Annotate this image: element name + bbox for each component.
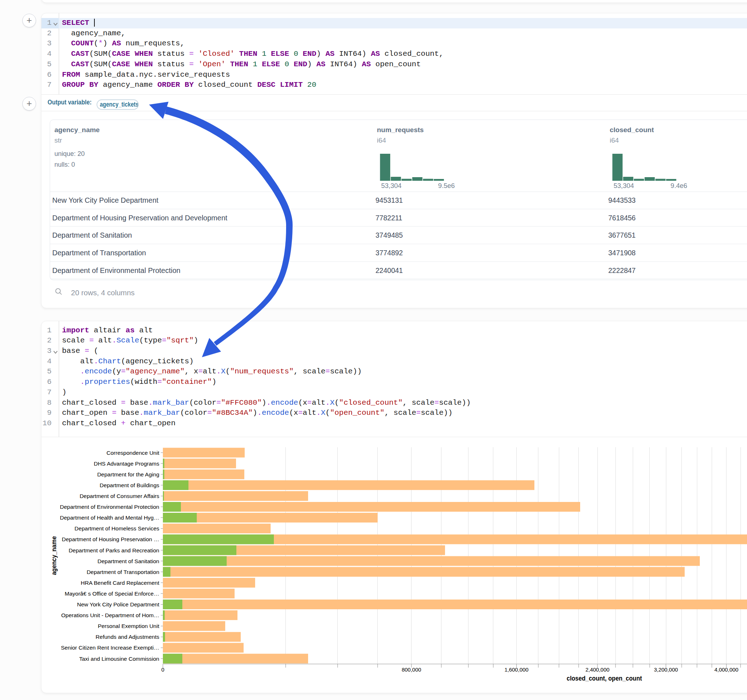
svg-text:Refunds and Adjustments: Refunds and Adjustments [95, 634, 159, 640]
svg-text:agency_name: agency_name [50, 536, 57, 575]
svg-text:Department of Parks and Recrea: Department of Parks and Recreation [68, 547, 159, 554]
svg-text:Correspondence Unit: Correspondence Unit [107, 450, 160, 456]
svg-text:DHS Advantage Programs: DHS Advantage Programs [94, 460, 159, 467]
svg-text:Personal Exemption Unit: Personal Exemption Unit [98, 623, 159, 629]
svg-text:closed_count, open_count: closed_count, open_count [567, 675, 642, 682]
svg-text:Department of Sanitation: Department of Sanitation [98, 558, 159, 564]
svg-text:Operations Unit - Department o: Operations Unit - Department of Hom… [61, 612, 159, 618]
svg-text:New York City Police Departmen: New York City Police Department [77, 601, 160, 608]
svg-text:9.5e6: 9.5e6 [438, 182, 455, 189]
svg-text:HRA Benefit Card Replacement: HRA Benefit Card Replacement [81, 580, 160, 586]
svg-text:1,600,000: 1,600,000 [505, 667, 529, 673]
svg-text:2,400,000: 2,400,000 [585, 667, 610, 673]
svg-text:53,304: 53,304 [614, 182, 634, 189]
svg-text:800,000: 800,000 [402, 667, 421, 673]
svg-text:Department of Buildings: Department of Buildings [100, 482, 160, 488]
svg-text:4,000,000: 4,000,000 [714, 667, 738, 673]
svg-text:Department for the Aging: Department for the Aging [97, 471, 159, 477]
svg-text:Department of Environmental Pr: Department of Environmental Protection [60, 504, 159, 510]
svg-text:Department of Housing Preserva: Department of Housing Preservation … [62, 536, 159, 542]
svg-text:Department of Homeless Service: Department of Homeless Services [75, 525, 159, 531]
svg-text:Department of Transportation: Department of Transportation [86, 569, 159, 575]
svg-text:3,200,000: 3,200,000 [654, 667, 678, 673]
svg-text:Mayorâ€ s Office of Special En: Mayorâ€ s Office of Special Enforce… [65, 591, 159, 597]
svg-text:Department of Health and Menta: Department of Health and Mental Hyg… [60, 514, 159, 520]
svg-text:Senior Citizen Rent Increase E: Senior Citizen Rent Increase Exempti… [61, 644, 159, 651]
svg-text:0: 0 [162, 667, 164, 673]
svg-text:9.4e6: 9.4e6 [671, 182, 687, 189]
svg-text:Department of Consumer Affairs: Department of Consumer Affairs [80, 493, 159, 499]
svg-text:Taxi and Limousine Commission: Taxi and Limousine Commission [79, 656, 159, 662]
svg-text:53,304: 53,304 [381, 182, 402, 189]
